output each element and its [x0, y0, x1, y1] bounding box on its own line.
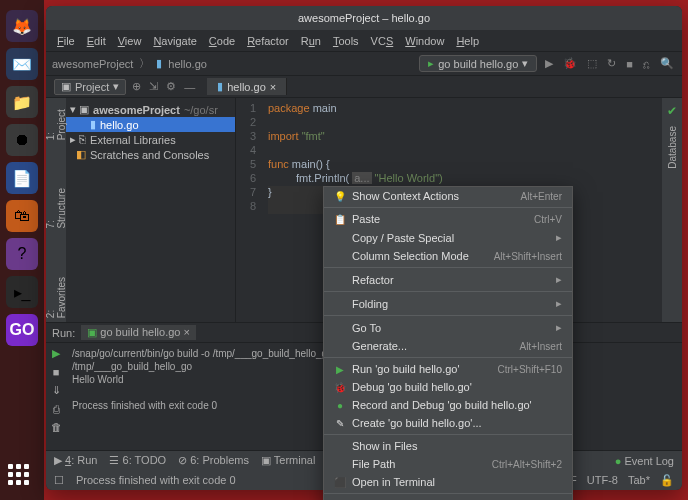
ctx-copy-paste-special[interactable]: Copy / Paste Special▸ [324, 228, 572, 247]
editor-tab[interactable]: ▮ hello.go × [207, 78, 287, 95]
run-config-selector[interactable]: ▸ go build hello.go ▾ [419, 55, 537, 72]
status-message: Process finished with exit code 0 [76, 474, 236, 486]
bt-run[interactable]: ▶ 4: Run [54, 454, 97, 467]
nav-bar: awesomeProject 〉 ▮ hello.go ▸ go build h… [46, 52, 682, 76]
main-menu[interactable]: File Edit View Navigate Code Refactor Ru… [46, 30, 682, 52]
debug-button[interactable]: 🐞 [561, 57, 579, 70]
window-titlebar: awesomeProject – hello.go [46, 6, 682, 30]
dock-terminal[interactable]: ▸_ [6, 276, 38, 308]
ctx-paste[interactable]: 📋PasteCtrl+V [324, 210, 572, 228]
tab-favorites[interactable]: 2: Favorites [46, 273, 67, 322]
menu-run[interactable]: Run [296, 33, 326, 49]
ctx-open-in-terminal[interactable]: ⬛Open in Terminal [324, 473, 572, 491]
dock-software[interactable]: 🛍 [6, 200, 38, 232]
bt-todo[interactable]: ☰ 6: TODO [109, 454, 166, 467]
scratch-icon: ◧ [76, 148, 86, 161]
menu-view[interactable]: View [113, 33, 147, 49]
close-icon[interactable]: × [270, 81, 276, 93]
dock-help[interactable]: ? [6, 238, 38, 270]
menu-help[interactable]: Help [451, 33, 484, 49]
profile-button[interactable]: ↻ [605, 57, 618, 70]
filter-icon[interactable]: ⎙ [53, 403, 60, 415]
ctx-local-history[interactable]: Local History▸ [324, 496, 572, 500]
bt-problems[interactable]: ⊘ 6: Problems [178, 454, 249, 467]
project-view-selector[interactable]: ▣Project▾ [54, 79, 126, 95]
dock-goland[interactable]: GO [6, 314, 38, 346]
inspection-ok-icon[interactable]: ✔ [667, 104, 677, 118]
file-icon: ▮ [156, 57, 162, 70]
dock-thunderbird[interactable]: ✉️ [6, 48, 38, 80]
rerun-button[interactable]: ▶ [52, 347, 60, 360]
right-tool-stripe: ✔ Database [662, 98, 682, 322]
menu-tools[interactable]: Tools [328, 33, 364, 49]
gutter: 12345678 [236, 98, 262, 322]
down-icon[interactable]: ⇓ [52, 384, 61, 397]
dock-rhythmbox[interactable]: ⏺ [6, 124, 38, 156]
ctx-generate-[interactable]: Generate...Alt+Insert [324, 337, 572, 355]
event-log[interactable]: ● Event Log [615, 455, 674, 467]
dock-libreoffice[interactable]: 📄 [6, 162, 38, 194]
menu-window[interactable]: Window [400, 33, 449, 49]
tab-database[interactable]: Database [667, 122, 678, 173]
lock-icon[interactable]: 🔓 [660, 474, 674, 487]
editor-context-menu: 💡Show Context ActionsAlt+Enter📋PasteCtrl… [323, 186, 573, 500]
vcs-button[interactable]: ⎌ [641, 58, 652, 70]
ctx-create-go-build-hello-go-[interactable]: ✎Create 'go build hello.go'... [324, 414, 572, 432]
ctx-folding[interactable]: Folding▸ [324, 294, 572, 313]
run-panel-title: Run: [52, 327, 75, 339]
tab-structure[interactable]: 7: Structure [46, 184, 67, 233]
run-icon: ▸ [428, 57, 434, 70]
trash-icon[interactable]: 🗑 [51, 421, 62, 433]
tree-file-hello[interactable]: ▮ hello.go [66, 117, 235, 132]
dock-files[interactable]: 📁 [6, 86, 38, 118]
menu-refactor[interactable]: Refactor [242, 33, 294, 49]
menu-edit[interactable]: Edit [82, 33, 111, 49]
breadcrumb-file[interactable]: hello.go [168, 58, 207, 70]
tree-root[interactable]: ▾ ▣awesomeProject~/go/sr [66, 102, 235, 117]
breadcrumb-project[interactable]: awesomeProject [52, 58, 133, 70]
indent[interactable]: Tab* [628, 474, 650, 487]
encoding[interactable]: UTF-8 [587, 474, 618, 487]
ctx-show-in-files[interactable]: Show in Files [324, 437, 572, 455]
ctx-debug-go-build-hello-go-[interactable]: 🐞Debug 'go build hello.go' [324, 378, 572, 396]
left-tool-stripe: 1: Project 7: Structure 2: Favorites [46, 98, 66, 322]
ctx-file-path[interactable]: File PathCtrl+Alt+Shift+2 [324, 455, 572, 473]
tree-scratches[interactable]: ◧ Scratches and Consoles [66, 147, 235, 162]
menu-navigate[interactable]: Navigate [148, 33, 201, 49]
project-toolbar: ▣Project▾ ⊕ ⇲ ⚙ — ▮ hello.go × [46, 76, 682, 98]
run-button[interactable]: ▶ [543, 57, 555, 70]
coverage-button[interactable]: ⬚ [585, 57, 599, 70]
search-icon[interactable]: 🔍 [658, 57, 676, 70]
dock-firefox[interactable]: 🦊 [6, 10, 38, 42]
scroll-icon[interactable]: ⊕ [130, 80, 143, 93]
apps-grid-button[interactable] [8, 464, 36, 492]
stop-button[interactable]: ■ [624, 58, 635, 70]
ctx-run-go-build-hello-go-[interactable]: ▶Run 'go build hello.go'Ctrl+Shift+F10 [324, 360, 572, 378]
menu-code[interactable]: Code [204, 33, 240, 49]
ctx-go-to[interactable]: Go To▸ [324, 318, 572, 337]
ctx-column-selection-mode[interactable]: Column Selection ModeAlt+Shift+Insert [324, 247, 572, 265]
collapse-icon[interactable]: ⇲ [147, 80, 160, 93]
hide-icon[interactable]: — [182, 81, 197, 93]
gear-icon[interactable]: ⚙ [164, 80, 178, 93]
ctx-show-context-actions[interactable]: 💡Show Context ActionsAlt+Enter [324, 187, 572, 205]
ctx-refactor[interactable]: Refactor▸ [324, 270, 572, 289]
bt-terminal[interactable]: ▣ Terminal [261, 454, 315, 467]
menu-file[interactable]: File [52, 33, 80, 49]
tree-external-libs[interactable]: ▸ ⎘External Libraries [66, 132, 235, 147]
go-file-icon: ▮ [90, 118, 96, 131]
tab-project[interactable]: 1: Project [46, 104, 67, 144]
menu-vcs[interactable]: VCS [366, 33, 399, 49]
ubuntu-dock: 🦊 ✉️ 📁 ⏺ 📄 🛍 ? ▸_ GO [0, 0, 44, 500]
go-file-icon: ▮ [217, 80, 223, 93]
ctx-record-and-debug-go-build-hello-go-[interactable]: ●Record and Debug 'go build hello.go' [324, 396, 572, 414]
stop-button-2[interactable]: ■ [53, 366, 60, 378]
chevron-down-icon: ▾ [522, 57, 528, 70]
project-tree: ▾ ▣awesomeProject~/go/sr ▮ hello.go ▸ ⎘E… [66, 98, 236, 322]
run-tab[interactable]: ▣ go build hello.go × [81, 325, 196, 340]
